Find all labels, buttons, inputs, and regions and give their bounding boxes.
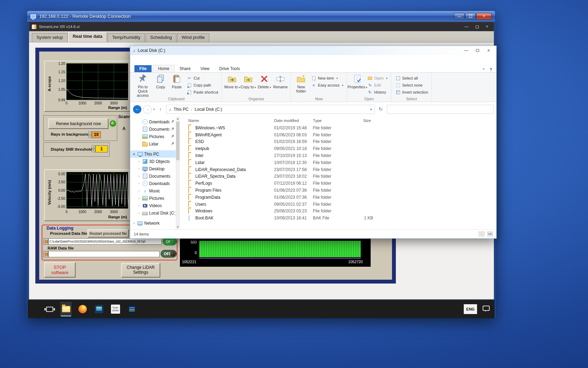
address-dropdown-icon[interactable]: ▾	[370, 108, 372, 111]
column-header-type[interactable]: Type	[313, 118, 353, 123]
nav-item-pictures[interactable]: Pictures	[130, 133, 176, 140]
recent-locations-dropdown[interactable]: ▾	[153, 108, 155, 111]
file-row[interactable]: $WinREAgent01/06/2023 06:03File folder	[180, 131, 496, 138]
paste-button[interactable]: Paste	[169, 73, 185, 89]
stop-software-button[interactable]: STOP software	[44, 262, 76, 278]
notification-icon[interactable]	[483, 306, 490, 311]
nav-item-downloads[interactable]: ›Downloads	[130, 180, 176, 187]
nav-item-videos[interactable]: ›Videos	[130, 202, 176, 209]
file-row[interactable]: ProgramData01/06/2023 07:36File folder	[180, 194, 496, 201]
nav-item-network[interactable]: ›Network	[130, 219, 176, 227]
nav-item-lidar[interactable]: Lidar	[130, 140, 176, 148]
file-row[interactable]: LiDAR_Spectra_Data23/07/2023 18:02File f…	[180, 173, 496, 180]
search-box[interactable]	[387, 105, 493, 114]
history-button[interactable]: ↻History	[366, 89, 389, 95]
nav-item-documents[interactable]: Documents	[130, 125, 176, 133]
terminal-app-taskbar-button[interactable]	[126, 302, 138, 316]
rdp-close-button[interactable]: ×	[476, 13, 492, 20]
nav-item-3d-objects[interactable]: ›3D Objects	[130, 158, 176, 165]
file-explorer-taskbar-button[interactable]	[60, 302, 72, 316]
move-to-button[interactable]: Move to▾	[224, 73, 240, 90]
firefox-taskbar-button[interactable]	[77, 302, 88, 316]
ribbon-tab-home[interactable]: Home	[153, 65, 175, 72]
scroll-up-icon[interactable]: ▲	[176, 117, 180, 121]
restart-processed-file-button[interactable]: Restart processed file	[88, 229, 129, 238]
snr-spinner[interactable]: ▲▼	[92, 145, 95, 152]
file-row[interactable]: Boot.BAK10/09/2013 18:41BAK File1 KB	[180, 214, 496, 222]
raw-logging-toggle[interactable]: OFF	[161, 250, 177, 258]
forward-button[interactable]: →	[143, 105, 152, 114]
nav-item-local-disk-c[interactable]: ›Local Disk (C:)	[130, 209, 176, 217]
file-row[interactable]: Program Files01/06/2023 07:36File folder	[180, 187, 496, 194]
labview-maximize-button[interactable]	[476, 24, 479, 29]
snr-threshold-value[interactable]: 1	[95, 145, 108, 152]
back-button[interactable]: ←	[133, 105, 141, 114]
language-indicator[interactable]: ENG	[464, 304, 477, 314]
column-header-name[interactable]: Name	[188, 118, 274, 123]
paste-shortcut-button[interactable]: Paste shortcut	[186, 89, 219, 95]
new-item-button[interactable]: New item▾	[310, 75, 345, 81]
open-button[interactable]: Open▾	[366, 75, 389, 81]
refresh-button[interactable]: ↻	[377, 105, 385, 114]
nav-item-documents[interactable]: ›Documents	[130, 172, 176, 180]
processed-path-browse-icon[interactable]	[43, 238, 48, 245]
file-row[interactable]: ESD01/02/2019 16:59File folder	[180, 138, 496, 145]
nav-item-music[interactable]: ›Music	[130, 187, 176, 195]
raw-data-file-path[interactable]	[48, 251, 160, 257]
nav-item-pictures[interactable]: ›Pictures	[130, 195, 176, 202]
help-button[interactable]: ?	[490, 67, 492, 72]
copy-to-button[interactable]: Copy to▾	[240, 73, 256, 90]
processed-logging-toggle[interactable]: ON	[163, 238, 177, 245]
explorer-minimize-button[interactable]: —	[461, 47, 471, 54]
rays-spinner[interactable]: ▲▼	[88, 131, 92, 138]
nav-scrollbar[interactable]: ▲ ▼	[176, 117, 180, 229]
edit-button[interactable]: ✎Edit	[366, 82, 389, 88]
copy-button[interactable]: Copy	[153, 73, 169, 89]
details-view-button[interactable]	[479, 232, 484, 236]
renew-background-button[interactable]: Renew background now	[48, 118, 108, 129]
large-icons-view-button[interactable]	[487, 232, 493, 236]
column-header-size[interactable]: Size	[353, 118, 374, 123]
ribbon-tab-file[interactable]: File	[134, 65, 152, 72]
new-folder-button[interactable]: New folder	[293, 73, 309, 93]
rays-in-background-value[interactable]: 10	[92, 131, 101, 138]
file-row[interactable]: Lidar10/07/2019 12:30File folder	[180, 159, 496, 166]
file-row[interactable]: PerfLogs07/12/2019 06:12File folder	[180, 180, 496, 187]
tab-scheduling[interactable]: Scheduling	[146, 33, 176, 42]
explorer-close-button[interactable]: ×	[484, 47, 493, 54]
delete-button[interactable]: Delete▾	[256, 73, 272, 90]
file-row[interactable]: Intel27/10/2019 15:13File folder	[180, 152, 496, 159]
file-row[interactable]: $Windows.~WS01/02/2019 15:48File folder	[180, 124, 496, 131]
select-all-button[interactable]: Select all	[394, 75, 429, 81]
rdp-minimize-button[interactable]: —	[454, 13, 464, 20]
task-view-button[interactable]	[44, 302, 55, 316]
copy-path-button[interactable]: Copy path	[186, 82, 219, 88]
tab-system-setup[interactable]: System setup	[32, 33, 68, 42]
nav-item-desktop[interactable]: ›Desktop	[130, 165, 176, 172]
collapse-ribbon-button[interactable]: ^	[483, 67, 485, 72]
properties-button[interactable]: Properties▾	[349, 73, 365, 90]
labview-close-button[interactable]: ×	[486, 24, 488, 29]
ribbon-tab-share[interactable]: Share	[175, 65, 196, 72]
tab-temp-humidity[interactable]: Temp/humidity	[108, 33, 145, 42]
file-row[interactable]: inetpub09/05/2021 10:18File folder	[180, 145, 496, 152]
raw-path-browse-icon[interactable]	[43, 251, 48, 257]
remote-app-taskbar-button[interactable]	[93, 302, 105, 316]
rdp-maximize-button[interactable]	[465, 13, 476, 20]
file-row[interactable]: LiDAR_Reprocessed_Data23/07/2023 17:56Fi…	[180, 166, 496, 173]
scan-sched-taskbar-button[interactable]: Scan sched	[110, 302, 121, 316]
scroll-down-icon[interactable]: ▼	[176, 225, 180, 229]
explorer-maximize-button[interactable]	[472, 47, 482, 54]
scrollbar-thumb[interactable]	[176, 122, 180, 160]
invert-selection-button[interactable]: Invert selection	[394, 89, 429, 95]
up-button[interactable]: ↑	[157, 107, 164, 112]
breadcrumb-local-disk[interactable]: Local Disk (C:)	[195, 107, 222, 112]
nav-item-downloads[interactable]: Downloads	[130, 118, 176, 125]
rename-button[interactable]: Rename	[272, 73, 288, 89]
tab-real-time-data[interactable]: Real time data	[68, 32, 107, 42]
breadcrumb-this-pc[interactable]: This PC	[174, 107, 189, 112]
labview-minimize-button[interactable]: —	[464, 24, 469, 29]
pin-to-quick-access-button[interactable]: Pin to Quick access	[133, 73, 153, 97]
tab-wind-profile[interactable]: Wind profile	[177, 33, 209, 42]
address-box[interactable]: ♪ This PC › Local Disk (C:) ▾	[166, 105, 375, 114]
